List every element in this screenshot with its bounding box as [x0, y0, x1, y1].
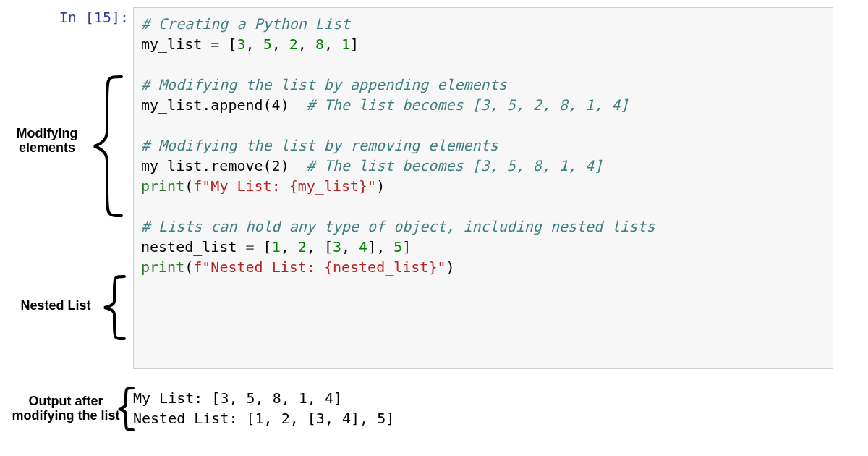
comma: , — [376, 238, 393, 256]
bracket-open: [ — [324, 238, 333, 256]
comma: , — [307, 238, 324, 256]
output-block: My List: [3, 5, 8, 1, 4] Nested List: [1… — [133, 388, 394, 428]
brace-icon — [90, 74, 130, 219]
number: 3 — [333, 238, 341, 256]
bracket-close: ] — [367, 238, 376, 256]
inline-comment: # The list becomes [3, 5, 2, 8, 1, 4] — [307, 96, 629, 114]
annotation-nested: Nested List — [13, 298, 98, 313]
comma: , — [281, 238, 298, 256]
number: 4 — [359, 238, 367, 256]
output-line: Nested List: [1, 2, [3, 4], 5] — [133, 410, 394, 427]
code-cell[interactable]: # Creating a Python List my_list = [3, 5… — [133, 7, 833, 369]
comment-line: # Lists can hold any type of object, inc… — [141, 218, 655, 235]
number: 2 — [298, 238, 307, 256]
comma: , — [341, 238, 359, 256]
method-call: my_list.remove(2) — [141, 157, 289, 174]
code-block[interactable]: # Creating a Python List my_list = [3, 5… — [141, 14, 655, 277]
identifier: nested_list — [141, 238, 237, 256]
comment-line: # Modifying the list by appending elemen… — [141, 76, 507, 93]
string-literal: "My List: {my_list}" — [202, 177, 376, 195]
prompt-label: In [15]: — [59, 9, 129, 26]
number: 1 — [272, 238, 281, 256]
string-literal: "Nested List: {nested_list}" — [202, 258, 446, 276]
comment-line: # Creating a Python List — [141, 15, 350, 33]
annotation-modifying: Modifying elements — [7, 126, 87, 155]
brace-icon — [100, 274, 130, 342]
cell-prompt: In [15]: — [48, 9, 129, 26]
identifier: my_list — [141, 35, 202, 53]
method-call: my_list.append(4) — [141, 96, 289, 114]
number: 5 — [393, 238, 402, 256]
comment-line: # Modifying the list by removing element… — [141, 137, 498, 154]
inline-comment: # The list becomes [3, 5, 8, 1, 4] — [307, 157, 603, 174]
annotation-output: Output after modifying the list — [1, 394, 130, 423]
bracket-open: [ — [263, 238, 272, 256]
operator: = — [210, 35, 219, 53]
output-line: My List: [3, 5, 8, 1, 4] — [133, 389, 342, 407]
paren-close: ) — [446, 258, 454, 276]
paren-close: ) — [376, 177, 385, 195]
bracket-close: ] — [402, 238, 411, 256]
operator: = — [246, 238, 255, 256]
